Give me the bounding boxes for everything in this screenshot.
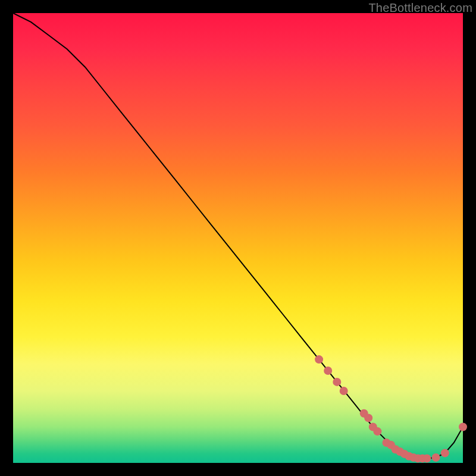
curve-marker [315, 355, 323, 364]
curve-marker [340, 387, 348, 395]
curve-marker [373, 427, 381, 436]
curve-marker [333, 378, 341, 386]
chart-stage: TheBottleneck.com [0, 0, 476, 476]
curve-marker [441, 449, 449, 457]
curve-marker [432, 453, 440, 462]
curve-marker [364, 414, 372, 422]
curve-markers [315, 355, 467, 462]
curve-marker [423, 454, 431, 462]
curve-marker [324, 367, 332, 375]
curve-layer [13, 13, 463, 463]
watermark-label: TheBottleneck.com [368, 1, 472, 15]
bottleneck-curve [13, 13, 463, 458]
curve-marker [459, 423, 467, 431]
